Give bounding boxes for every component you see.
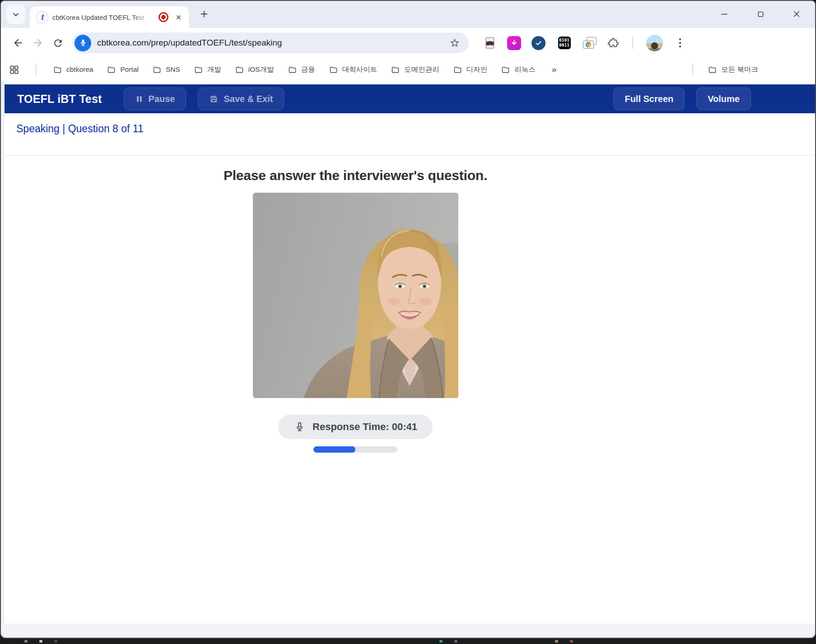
response-time-label: Response Time: 00:41 [312,421,417,433]
pause-button[interactable]: Pause [124,88,187,110]
folder-icon [53,65,62,74]
folder-icon [107,65,116,74]
bookmark-folder-cbtkorea[interactable]: cbtkorea [53,65,93,74]
back-button[interactable] [8,33,28,53]
full-screen-label: Full Screen [625,94,673,104]
tab-title: cbtKorea Updated TOEFL Test [52,14,154,21]
close-icon [792,9,801,19]
extension-check-icon[interactable] [532,36,546,50]
bookmark-label: cbtkorea [66,65,93,74]
save-icon [209,94,219,104]
bookmarks-bar: cbtkorea Portal SNS 개발 iOS개발 금융 [1,58,815,81]
chrome-windows-icon [583,37,597,49]
puzzle-icon [607,37,619,49]
interviewer-video [253,193,458,398]
bookmark-folder-domains[interactable]: 도메인관리 [391,65,439,74]
pause-icon [135,95,144,103]
folder-icon [453,65,462,74]
chevron-down-icon [11,10,20,19]
apps-grid-icon [9,65,19,75]
binary-text: 0101 0011 [558,37,571,49]
volume-button[interactable]: Volume [696,88,751,110]
folder-icon [391,65,400,74]
microphone-icon [294,421,305,433]
extensions-puzzle-button[interactable] [607,37,619,49]
extension-screenshot-icon[interactable] [583,37,597,49]
desktop: t cbtKorea Updated TOEFL Test [0,0,816,644]
taskbar-icon [39,640,42,643]
tab-close-button[interactable] [173,11,184,23]
browser-menu-button[interactable] [673,36,687,50]
bookmark-label: iOS개발 [248,65,274,74]
taskbar-icon [54,640,57,643]
refresh-icon [52,37,64,49]
browser-window: t cbtKorea Updated TOEFL Test [0,0,816,639]
bookmark-label: 도메인관리 [404,65,439,74]
taskbar-icon [454,640,457,643]
extension-downloader-icon[interactable] [507,36,521,50]
window-close-button[interactable] [790,7,803,21]
apps-grid-button[interactable] [9,65,19,75]
save-exit-label: Save & Exit [224,94,273,104]
profile-avatar[interactable] [646,35,663,51]
breadcrumb: Speaking | Question 8 of 11 [16,123,144,134]
masked-document-icon [483,36,497,50]
save-exit-button[interactable]: Save & Exit [198,88,284,110]
extension-binary-icon[interactable]: 0101 0011 [556,35,573,51]
chrome-logo-icon [586,42,591,47]
bookmark-label: 금융 [301,65,315,74]
volume-label: Volume [708,94,740,104]
binary-badge: 0101 0011 [556,35,573,51]
url-text: cbtkorea.com/prep/updatedTOEFL/test/spea… [97,38,442,48]
bookmark-folder-finance[interactable]: 금융 [288,65,315,74]
download-arrow-icon [507,36,521,50]
browser-tab-active[interactable]: t cbtKorea Updated TOEFL Test [30,6,189,28]
maximize-button[interactable] [754,7,767,21]
app-title: TOEFL iBT Test [17,93,102,106]
folder-icon [194,65,203,74]
bookmark-label: 리눅스 [514,65,536,74]
close-icon [175,14,182,21]
all-bookmarks-label: 모든 북마크 [721,65,758,74]
address-bar[interactable]: cbtkorea.com/prep/updatedTOEFL/test/spea… [72,32,469,53]
bookmark-label: SNS [166,65,180,74]
breadcrumb-row: Speaking | Question 8 of 11 [5,113,815,156]
folder-icon [329,65,338,74]
response-progress-bar [313,446,397,453]
test-app-bar: TOEFL iBT Test Pause Save & Exit Full Sc… [5,84,815,113]
bookmark-label: Portal [120,65,139,74]
forward-button[interactable] [28,33,48,53]
bookmark-star-button[interactable] [448,36,462,50]
taskbar-icon [24,640,28,643]
mic-permission-icon[interactable] [75,35,91,51]
extension-masked-document-icon[interactable] [483,36,497,50]
all-bookmarks-button[interactable]: 모든 북마크 [708,65,758,74]
pause-label: Pause [149,94,175,104]
tab-search-button[interactable] [6,5,25,24]
bookmark-folder-design[interactable]: 디자인 [453,65,488,74]
microphone-icon [79,38,88,47]
taskbar-sliver [0,639,816,644]
browser-toolbar: cbtkorea.com/prep/updatedTOEFL/test/spea… [1,28,815,58]
refresh-button[interactable] [48,33,68,53]
bookmark-folder-sns[interactable]: SNS [152,65,180,74]
binary-line2: 0011 [559,43,569,48]
bookmark-folder-university[interactable]: 대학사이트 [329,65,378,74]
bookmark-folder-portal[interactable]: Portal [107,65,139,74]
bookmarks-overflow-button[interactable]: » [552,65,557,74]
bookmark-folder-linux[interactable]: 리눅스 [501,65,536,74]
full-screen-button[interactable]: Full Screen [613,88,685,110]
folder-icon [501,65,510,74]
bookmark-folder-dev[interactable]: 개발 [194,65,221,74]
maximize-icon [756,10,765,19]
new-tab-button[interactable] [195,5,213,23]
folder-icon [152,65,162,74]
toolbar-divider [632,37,633,49]
bookmark-label: 디자인 [466,65,488,74]
folder-icon [288,65,297,74]
bookmarks-divider [36,64,37,75]
bookmark-folder-ios-dev[interactable]: iOS개발 [235,65,274,74]
site-favicon-icon: t [36,11,48,23]
star-icon [449,37,460,48]
minimize-button[interactable] [718,7,731,21]
